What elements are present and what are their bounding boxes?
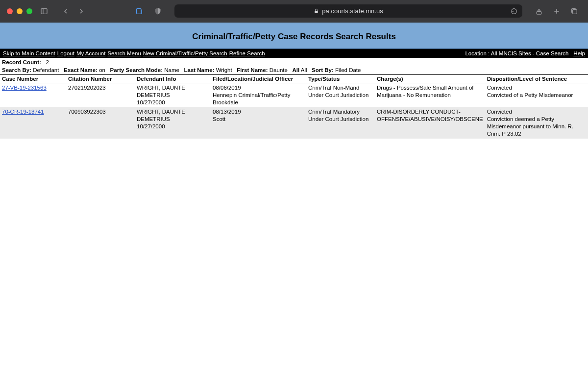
disposition-line1: Convicted	[487, 85, 512, 91]
case-type: Crim/Traf Non-Mand	[308, 85, 359, 91]
new-tab-icon[interactable]	[550, 4, 564, 18]
tabs-icon[interactable]	[567, 4, 581, 18]
case-number-link[interactable]: 27-VB-19-231563	[2, 85, 47, 91]
search-by-value: Defendant	[33, 67, 59, 73]
type-cell: Crim/Traf Non-Mand Under Court Jurisdict…	[306, 83, 375, 107]
svg-rect-2	[137, 8, 141, 14]
svg-rect-3	[315, 11, 318, 13]
tab-overview-icon[interactable]	[132, 4, 146, 18]
case-status: Under Court Jurisdiction	[308, 116, 368, 122]
citation-cell: 270219202023	[66, 83, 135, 107]
col-charges: Charge(s)	[375, 75, 485, 83]
browser-toolbar: pa.courts.state.mn.us	[0, 0, 588, 23]
filed-date: 08/13/2019	[213, 109, 241, 115]
col-case-number: Case Number	[0, 75, 66, 83]
defendant-name: WRIGHT, DAUNTE DEMETRIUS	[137, 109, 185, 122]
sort-by-label: Sort By:	[312, 67, 334, 73]
maximize-window-button[interactable]	[26, 8, 32, 14]
case-type: Crim/Traf Mandatory	[308, 109, 360, 115]
sort-by-value: Filed Date	[335, 67, 361, 73]
all-value: All	[301, 67, 307, 73]
results-table: Case Number Citation Number Defendant In…	[0, 74, 588, 139]
page-title: Criminal/Traffic/Petty Case Records Sear…	[0, 32, 588, 42]
nav-refine-search-link[interactable]: Refine Search	[229, 50, 265, 56]
defendant-dob: 10/27/2000	[137, 99, 165, 105]
disposition-cell: Convicted Convicted of a Petty Misdemean…	[485, 83, 588, 107]
close-window-button[interactable]	[7, 8, 13, 14]
location-text: Location : All MNCIS Sites - Case Search	[465, 50, 568, 56]
col-disposition: Disposition/Level of Sentence	[485, 75, 588, 83]
svg-rect-0	[41, 8, 47, 14]
record-count-label: Record Count:	[2, 59, 41, 65]
exact-name-value: on	[99, 67, 105, 73]
case-status: Under Court Jurisdiction	[308, 92, 368, 98]
record-count-value: 2	[46, 59, 49, 65]
nav-menubar: Skip to Main Content Logout My Account S…	[0, 49, 588, 58]
filed-date: 08/06/2019	[213, 85, 241, 91]
nav-logout-link[interactable]: Logout	[57, 50, 74, 56]
last-name-value: Wright	[216, 67, 232, 73]
col-citation: Citation Number	[66, 75, 135, 83]
page-header: Criminal/Traffic/Petty Case Records Sear…	[0, 23, 588, 49]
back-button[interactable]	[59, 4, 73, 18]
reload-icon[interactable]	[511, 8, 517, 15]
party-mode-value: Name	[164, 67, 179, 73]
defendant-cell: WRIGHT, DAUNTE DEMETRIUS 10/27/2000	[135, 107, 211, 139]
nav-search-menu-link[interactable]: Search Menu	[107, 50, 141, 56]
disposition-line1: Convicted	[487, 109, 512, 115]
first-name-value: Daunte	[270, 67, 288, 73]
nav-skip-link[interactable]: Skip to Main Content	[3, 50, 55, 56]
privacy-shield-icon[interactable]	[151, 4, 165, 18]
charges-cell: Drugs - Possess/Sale Small Amount of Mar…	[375, 83, 485, 107]
charges-cell: CRIM-DISORDERLY CONDUCT-OFFENSIVE/ABUSIV…	[375, 107, 485, 139]
filed-location: Scott	[213, 116, 225, 122]
type-cell: Crim/Traf Mandatory Under Court Jurisdic…	[306, 107, 375, 139]
url-text: pa.courts.state.mn.us	[322, 7, 383, 15]
filed-location: Hennepin Criminal/Traffic/Petty Brookdal…	[213, 92, 291, 105]
table-row: 27-VB-19-231563 270219202023 WRIGHT, DAU…	[0, 83, 588, 107]
col-defendant: Defendant Info	[135, 75, 211, 83]
defendant-name: WRIGHT, DAUNTE DEMETRIUS	[137, 85, 185, 98]
page-content: Criminal/Traffic/Petty Case Records Sear…	[0, 23, 588, 139]
filed-cell: 08/06/2019 Hennepin Criminal/Traffic/Pet…	[211, 83, 306, 107]
table-row: 70-CR-19-13741 700903922303 WRIGHT, DAUN…	[0, 107, 588, 139]
lock-icon	[314, 8, 319, 14]
defendant-dob: 10/27/2000	[137, 123, 165, 129]
col-filed: Filed/Location/Judicial Officer	[211, 75, 306, 83]
last-name-label: Last Name:	[184, 67, 214, 73]
address-bar[interactable]: pa.courts.state.mn.us	[174, 4, 522, 18]
filed-cell: 08/13/2019 Scott	[211, 107, 306, 139]
share-icon[interactable]	[532, 4, 546, 18]
search-summary: Record Count: 2 Search By: Defendant Exa…	[0, 58, 588, 74]
forward-button[interactable]	[74, 4, 88, 18]
minimize-window-button[interactable]	[17, 8, 23, 14]
disposition-line2: Convicted of a Petty Misdemeanor	[487, 92, 573, 98]
first-name-label: First Name:	[237, 67, 268, 73]
exact-name-label: Exact Name:	[64, 67, 98, 73]
citation-cell: 700903922303	[66, 107, 135, 139]
disposition-cell: Convicted Conviction deemed a Petty Misd…	[485, 107, 588, 139]
search-by-label: Search By:	[2, 67, 31, 73]
nav-my-account-link[interactable]: My Account	[76, 50, 105, 56]
sidebar-toggle-icon[interactable]	[37, 4, 51, 18]
disposition-line2: Conviction deemed a Petty Misdemeanor pu…	[487, 116, 573, 137]
all-label: All	[292, 67, 299, 73]
table-header-row: Case Number Citation Number Defendant In…	[0, 75, 588, 83]
party-mode-label: Party Search Mode:	[110, 67, 163, 73]
nav-new-search-link[interactable]: New Criminal/Traffic/Petty Search	[143, 50, 227, 56]
col-type: Type/Status	[306, 75, 375, 83]
help-link[interactable]: Help	[573, 50, 585, 56]
window-controls	[7, 8, 32, 14]
defendant-cell: WRIGHT, DAUNTE DEMETRIUS 10/27/2000	[135, 83, 211, 107]
case-number-link[interactable]: 70-CR-19-13741	[2, 109, 44, 115]
svg-rect-7	[573, 9, 577, 14]
